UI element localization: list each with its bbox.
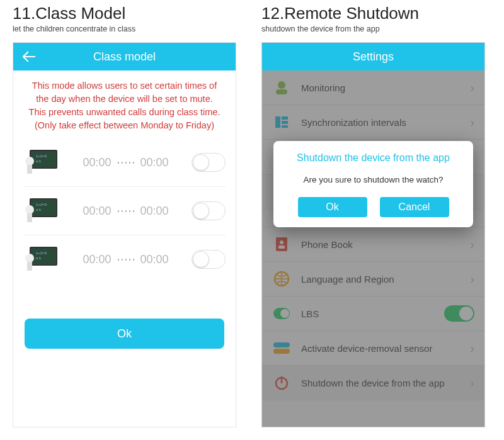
section-subtitle-right: shutdown the device from the app <box>261 25 491 33</box>
class-mode-description: This mode allows users to set certain ti… <box>13 71 236 138</box>
ok-button[interactable]: Ok <box>25 319 224 349</box>
svg-text:a b: a b <box>36 208 42 212</box>
modal-backdrop[interactable] <box>262 71 484 427</box>
schedule-toggle[interactable] <box>192 250 226 269</box>
schedule-toggle[interactable] <box>192 153 226 172</box>
dialog-message: Are you sure to shutdown the watch? <box>284 175 463 184</box>
schedule-row: 1+2=3a b 00:00 00:00 <box>23 138 226 187</box>
section-subtitle-left: let the children concentrate in class <box>13 25 243 33</box>
svg-rect-9 <box>27 213 32 222</box>
svg-point-14 <box>25 254 34 262</box>
time-from[interactable]: 00:00 <box>83 253 111 266</box>
topbar-title-left: Class model <box>93 50 156 64</box>
schedule-list: 1+2=3a b 00:00 00:00 1+2=3a b 00:00 <box>13 138 236 283</box>
dialog-title: Shutdown the device from the app <box>284 152 463 164</box>
time-to[interactable]: 00:00 <box>140 156 169 169</box>
dialog-cancel-button[interactable]: Cancel <box>380 197 449 217</box>
svg-text:1+2=3: 1+2=3 <box>36 251 47 255</box>
svg-rect-13 <box>31 248 56 264</box>
topbar-title-right: Settings <box>353 50 394 64</box>
time-to[interactable]: 00:00 <box>140 205 169 218</box>
blackboard-icon: 1+2=3a b <box>23 196 60 226</box>
blackboard-icon: 1+2=3a b <box>23 147 60 178</box>
svg-rect-15 <box>27 262 32 271</box>
schedule-toggle[interactable] <box>192 201 226 220</box>
svg-rect-3 <box>27 165 32 174</box>
svg-text:a b: a b <box>36 256 42 260</box>
back-arrow-icon[interactable] <box>22 50 36 63</box>
schedule-row: 1+2=3a b 00:00 00:00 <box>23 235 226 283</box>
phone-right: Settings Monitoring › Synchronization in… <box>261 42 485 427</box>
svg-point-2 <box>25 157 34 166</box>
time-to[interactable]: 00:00 <box>140 253 169 266</box>
svg-rect-1 <box>31 151 56 167</box>
topbar-right: Settings <box>262 43 484 71</box>
topbar-left: Class model <box>13 43 236 71</box>
dash-icon <box>118 162 134 164</box>
svg-text:1+2=3: 1+2=3 <box>36 154 47 158</box>
schedule-row: 1+2=3a b 00:00 00:00 <box>23 187 226 235</box>
section-title-right: 12.Remote Shutdown <box>261 4 491 23</box>
time-from[interactable]: 00:00 <box>83 205 111 218</box>
shutdown-dialog: Shutdown the device from the app Are you… <box>273 141 473 227</box>
blackboard-icon: 1+2=3a b <box>23 244 60 274</box>
svg-text:1+2=3: 1+2=3 <box>36 203 47 206</box>
dash-icon <box>118 259 134 261</box>
phone-left: Class model This mode allows users to se… <box>13 42 236 427</box>
dialog-ok-button[interactable]: Ok <box>298 197 367 217</box>
time-from[interactable]: 00:00 <box>83 156 111 169</box>
svg-rect-7 <box>31 200 56 216</box>
section-title-left: 11.Class Model <box>13 4 243 23</box>
dash-icon <box>118 210 134 212</box>
svg-text:a b: a b <box>36 159 42 163</box>
svg-point-8 <box>25 205 34 214</box>
